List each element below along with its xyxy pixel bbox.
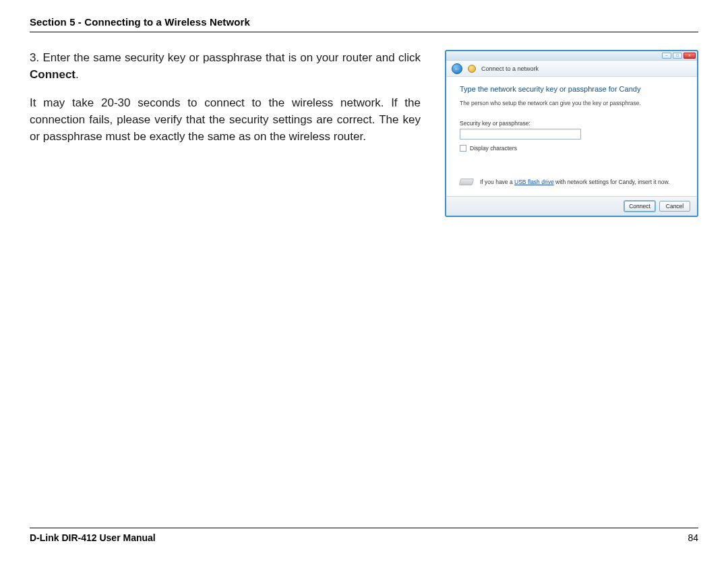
- dialog-nav-title: Connect to a network: [481, 65, 539, 72]
- usb-drive-icon: [459, 179, 474, 185]
- window-minimize-button[interactable]: –: [662, 53, 671, 59]
- back-arrow-icon[interactable]: ←: [452, 63, 462, 74]
- display-characters-row[interactable]: Display characters: [460, 145, 684, 152]
- window-titlebar: – □ ×: [446, 51, 697, 61]
- manual-title: D-Link DIR-412 User Manual: [30, 532, 156, 543]
- usb-hint-text: If you have a USB flash drive with netwo…: [480, 179, 669, 185]
- usb-text-after: with network settings for Candy, insert …: [554, 179, 670, 185]
- dialog-heading: Type the network security key or passphr…: [460, 85, 684, 93]
- dialog-subtext: The person who setup the network can giv…: [460, 100, 684, 106]
- dialog-footer: Connect Cancel: [446, 196, 697, 216]
- step-text-part1: Enter the same security key or passphras…: [42, 51, 421, 64]
- section-header: Section 5 - Connecting to a Wireless Net…: [30, 16, 698, 32]
- connect-bold-word: Connect: [30, 68, 75, 81]
- followup-paragraph: It may take 20-30 seconds to connect to …: [30, 95, 421, 145]
- window-close-button[interactable]: ×: [684, 53, 696, 59]
- usb-text-before: If you have a: [480, 179, 514, 185]
- connect-button[interactable]: Connect: [624, 201, 655, 212]
- display-characters-checkbox[interactable]: [460, 145, 466, 152]
- network-globe-icon: [468, 65, 476, 73]
- page-footer: D-Link DIR-412 User Manual 84: [30, 528, 698, 543]
- page-number: 84: [688, 532, 698, 543]
- cancel-button[interactable]: Cancel: [659, 201, 690, 212]
- usb-flash-drive-link[interactable]: USB flash drive: [514, 179, 554, 185]
- window-maximize-button[interactable]: □: [673, 53, 682, 59]
- dialog-nav-bar: ← Connect to a network: [446, 61, 697, 77]
- passphrase-input[interactable]: [460, 129, 581, 139]
- display-characters-label: Display characters: [470, 145, 517, 152]
- step-number: 3.: [30, 51, 39, 64]
- connect-network-dialog: – □ × ← Connect to a network Type the ne…: [445, 50, 698, 217]
- instruction-text-column: 3. Enter the same security key or passph…: [30, 50, 421, 145]
- usb-hint-row: If you have a USB flash drive with netwo…: [460, 179, 684, 189]
- dialog-body: Type the network security key or passphr…: [446, 77, 697, 196]
- step-text-part2: .: [75, 68, 79, 81]
- step-3-text: 3. Enter the same security key or passph…: [30, 50, 421, 83]
- passphrase-field-label: Security key or passphrase:: [460, 120, 684, 127]
